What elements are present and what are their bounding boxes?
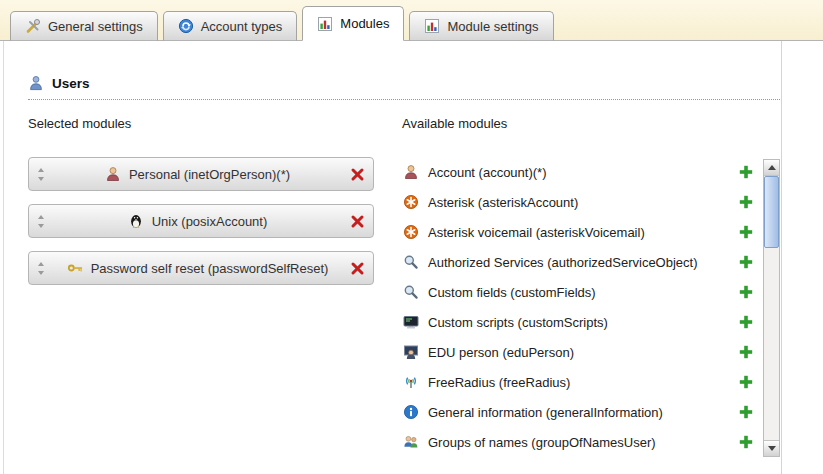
modules-tab-panel: Users Selected modules — [0, 41, 823, 474]
available-module-row: General information (generalInformation) — [402, 397, 753, 427]
panel-left-border — [3, 41, 4, 474]
tux-penguin-icon — [128, 213, 144, 229]
tab-bar: General settings Account types — [0, 0, 823, 41]
tab-label: Module settings — [447, 19, 538, 34]
key-icon — [67, 260, 83, 276]
arrow-down-icon — [768, 446, 776, 451]
available-module-row: Account (account)(*) — [402, 157, 753, 187]
scrollbar-thumb[interactable] — [764, 176, 779, 248]
available-module-label: Account (account)(*) — [428, 165, 547, 180]
asterisk-icon — [402, 194, 419, 210]
available-modules-column: Available modules Account (account)(*) — [402, 116, 780, 457]
tab-module-settings[interactable]: Module settings — [409, 11, 553, 41]
info-icon — [402, 404, 419, 420]
edu-person-icon — [402, 344, 419, 360]
available-modules-list: Account (account)(*) — [402, 157, 780, 457]
add-icon[interactable] — [739, 345, 753, 359]
drag-handle-icon[interactable] — [37, 214, 45, 229]
add-icon[interactable] — [739, 405, 753, 419]
selected-module-row[interactable]: Unix (posixAccount) — [28, 204, 374, 238]
delete-icon[interactable] — [350, 214, 365, 229]
add-icon[interactable] — [739, 255, 753, 269]
available-module-label: Authorized Services (authorizedServiceOb… — [428, 255, 698, 270]
available-module-row: FreeRadius (freeRadius) — [402, 367, 753, 397]
available-module-row: EDU person (eduPerson) — [402, 337, 753, 367]
add-icon[interactable] — [739, 285, 753, 299]
tab-label: Account types — [201, 19, 283, 34]
scrollbar[interactable] — [763, 159, 780, 457]
add-icon[interactable] — [739, 375, 753, 389]
scroll-up-button[interactable] — [764, 160, 779, 176]
selected-module-label: Unix (posixAccount) — [152, 214, 268, 229]
available-module-row: Authorized Services (authorizedServiceOb… — [402, 247, 753, 277]
magnifier-icon — [402, 284, 419, 300]
delete-icon[interactable] — [350, 167, 365, 182]
panel-right-border — [781, 41, 782, 474]
selected-module-row[interactable]: Personal (inetOrgPerson)(*) — [28, 157, 374, 191]
selected-module-label: Password self reset (passwordSelfReset) — [91, 261, 329, 276]
asterisk-icon — [402, 224, 419, 240]
available-module-row: Asterisk (asteriskAccount) — [402, 187, 753, 217]
drag-handle-icon[interactable] — [37, 167, 45, 182]
available-module-row: Custom scripts (customScripts) — [402, 307, 753, 337]
available-module-row: Asterisk voicemail (asteriskVoicemail) — [402, 217, 753, 247]
antenna-icon — [402, 374, 419, 390]
person-icon — [105, 166, 121, 182]
tab-general-settings[interactable]: General settings — [10, 11, 158, 41]
modules-chart-icon — [317, 16, 333, 32]
lam-config-page: General settings Account types — [0, 0, 823, 474]
add-icon[interactable] — [739, 225, 753, 239]
available-module-label: Custom fields (customFields) — [428, 285, 596, 300]
add-icon[interactable] — [739, 435, 753, 449]
modules-columns: Selected modules — [28, 116, 823, 457]
tools-icon — [25, 18, 41, 34]
available-module-row: Groups of names (groupOfNamesUser) — [402, 427, 753, 457]
add-icon[interactable] — [739, 315, 753, 329]
tab-label: General settings — [48, 19, 143, 34]
delete-icon[interactable] — [350, 261, 365, 276]
available-module-label: EDU person (eduPerson) — [428, 345, 574, 360]
scrollbar-track[interactable] — [764, 248, 779, 440]
available-modules-heading: Available modules — [402, 116, 780, 131]
selected-module-row[interactable]: Password self reset (passwordSelfReset) — [28, 251, 374, 285]
terminal-icon — [402, 314, 419, 330]
selected-modules-column: Selected modules — [28, 116, 374, 457]
account-types-icon — [178, 18, 194, 34]
available-module-row: Custom fields (customFields) — [402, 277, 753, 307]
group-icon — [402, 434, 419, 450]
selected-modules-heading: Selected modules — [28, 116, 374, 131]
section-title: Users — [52, 76, 90, 91]
tab-account-types[interactable]: Account types — [163, 11, 298, 41]
modules-chart-icon — [424, 18, 440, 34]
tab-modules[interactable]: Modules — [302, 6, 404, 41]
available-module-label: FreeRadius (freeRadius) — [428, 375, 570, 390]
magnifier-icon — [402, 254, 419, 270]
user-icon — [28, 75, 44, 91]
add-icon[interactable] — [739, 195, 753, 209]
selected-module-label: Personal (inetOrgPerson)(*) — [129, 167, 290, 182]
add-icon[interactable] — [739, 165, 753, 179]
tab-label: Modules — [340, 16, 389, 31]
person-icon — [402, 164, 419, 180]
arrow-up-icon — [768, 165, 776, 170]
drag-handle-icon[interactable] — [37, 261, 45, 276]
available-module-label: Asterisk voicemail (asteriskVoicemail) — [428, 225, 645, 240]
scroll-down-button[interactable] — [764, 440, 779, 456]
available-module-label: Custom scripts (customScripts) — [428, 315, 608, 330]
available-module-label: Asterisk (asteriskAccount) — [428, 195, 578, 210]
section-users-heading: Users — [28, 75, 780, 100]
available-module-label: Groups of names (groupOfNamesUser) — [428, 435, 656, 450]
available-module-label: General information (generalInformation) — [428, 405, 663, 420]
